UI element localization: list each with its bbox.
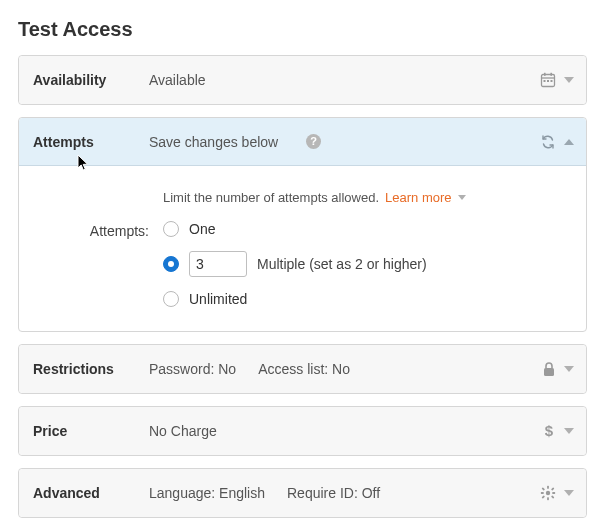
attempts-option-multiple[interactable]: Multiple (set as 2 or higher) (163, 251, 427, 277)
svg-rect-14 (542, 487, 545, 490)
restrictions-password: Password: No (149, 361, 236, 377)
chevron-down-icon (564, 366, 574, 372)
svg-rect-17 (542, 495, 545, 498)
attempts-count-input[interactable] (189, 251, 247, 277)
advanced-require-id: Require ID: Off (287, 485, 380, 501)
price-header[interactable]: Price No Charge $ (19, 407, 586, 455)
svg-rect-7 (544, 368, 554, 376)
svg-rect-11 (547, 497, 549, 500)
chevron-down-icon (458, 195, 466, 200)
svg-rect-4 (544, 80, 546, 82)
page-title: Test Access (18, 18, 587, 41)
attempts-panel: Attempts Save changes below ? Limit the … (18, 117, 587, 332)
radio-one[interactable] (163, 221, 179, 237)
attempts-options-label: Attempts: (33, 221, 163, 239)
attempts-option-unlimited[interactable]: Unlimited (163, 291, 427, 307)
radio-unlimited[interactable] (163, 291, 179, 307)
svg-rect-5 (547, 80, 549, 82)
svg-rect-10 (547, 486, 549, 489)
lock-icon (542, 361, 556, 377)
advanced-label: Advanced (19, 485, 149, 501)
svg-rect-15 (551, 495, 554, 498)
price-panel: Price No Charge $ (18, 406, 587, 456)
restrictions-label: Restrictions (19, 361, 149, 377)
advanced-header[interactable]: Advanced Language: English Require ID: O… (19, 469, 586, 517)
option-multiple-note: Multiple (set as 2 or higher) (257, 256, 427, 272)
svg-rect-6 (551, 80, 553, 82)
price-label: Price (19, 423, 149, 439)
svg-rect-12 (541, 492, 544, 494)
chevron-down-icon (564, 77, 574, 83)
availability-header[interactable]: Availability Available (19, 56, 586, 104)
option-one-label: One (189, 221, 215, 237)
chevron-down-icon (564, 428, 574, 434)
attempts-limit-text: Limit the number of attempts allowed. (163, 190, 379, 205)
restrictions-panel: Restrictions Password: No Access list: N… (18, 344, 587, 394)
svg-rect-3 (550, 73, 552, 76)
radio-multiple[interactable] (163, 256, 179, 272)
attempts-option-one[interactable]: One (163, 221, 427, 237)
attempts-label: Attempts (19, 134, 149, 150)
gear-icon (540, 485, 556, 501)
price-value: No Charge (149, 423, 217, 439)
availability-panel: Availability Available (18, 55, 587, 105)
calendar-icon (540, 72, 556, 88)
chevron-up-icon (564, 139, 574, 145)
advanced-language: Language: English (149, 485, 265, 501)
availability-label: Availability (19, 72, 149, 88)
attempts-header[interactable]: Attempts Save changes below ? (19, 118, 586, 166)
svg-rect-2 (544, 73, 546, 76)
restrictions-access-list: Access list: No (258, 361, 350, 377)
svg-text:$: $ (545, 423, 554, 439)
test-access-page: Test Access Availability Available Attem… (0, 0, 605, 530)
restrictions-header[interactable]: Restrictions Password: No Access list: N… (19, 345, 586, 393)
retry-icon (540, 134, 556, 150)
svg-point-9 (546, 491, 550, 495)
attempts-header-value: Save changes below (149, 134, 278, 150)
help-icon[interactable]: ? (306, 134, 321, 149)
svg-rect-13 (552, 492, 555, 494)
attempts-body: Limit the number of attempts allowed. Le… (19, 166, 586, 331)
learn-more-link[interactable]: Learn more (385, 190, 451, 205)
option-unlimited-label: Unlimited (189, 291, 247, 307)
availability-value: Available (149, 72, 206, 88)
dollar-icon: $ (542, 423, 556, 439)
advanced-panel: Advanced Language: English Require ID: O… (18, 468, 587, 518)
svg-rect-16 (551, 487, 554, 490)
chevron-down-icon (564, 490, 574, 496)
